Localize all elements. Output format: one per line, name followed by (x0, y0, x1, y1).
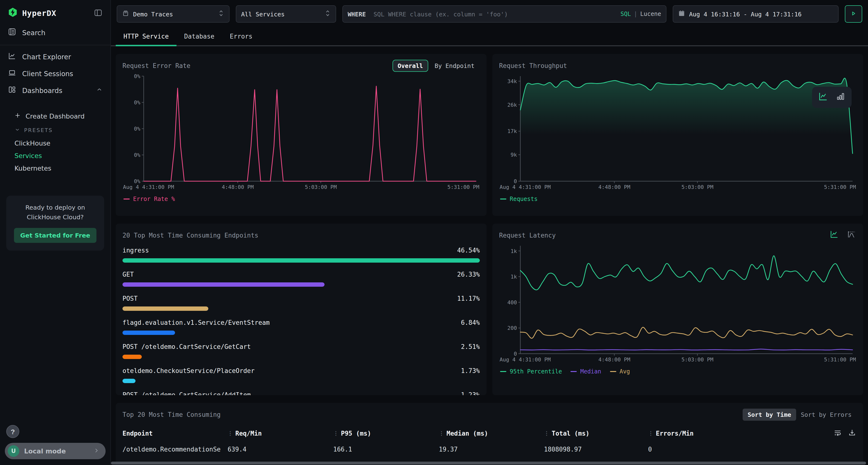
hyperdx-logo-icon (8, 7, 18, 19)
time-range-picker[interactable]: Aug 4 16:31:16 - Aug 4 17:31:16 (673, 5, 839, 23)
svg-text:4:48:00 PM: 4:48:00 PM (598, 184, 630, 190)
column-header-p95-ms[interactable]: ⋮P95 (ms) (333, 430, 439, 437)
table-cell: 0 (648, 446, 857, 453)
column-header-label: Req/Min (235, 430, 262, 437)
endpoint-percent: 1.23% (461, 391, 480, 395)
tab-http-service[interactable]: HTTP Service (116, 28, 177, 45)
legend-item[interactable]: Avg (610, 368, 630, 375)
table-sort-toggle: Sort by Time Sort by Errors (743, 409, 857, 421)
svg-text:9k: 9k (511, 152, 517, 158)
create-dashboard-label: Create Dashboard (26, 112, 85, 120)
horizontal-scrollbar[interactable] (111, 462, 866, 465)
sidebar-preset-clickhouse[interactable]: ClickHouse (0, 137, 111, 150)
run-query-button[interactable] (845, 5, 862, 23)
svg-text:4:48:00 PM: 4:48:00 PM (598, 357, 630, 363)
legend-swatch (123, 199, 130, 199)
download-icon[interactable] (848, 428, 857, 438)
svg-text:5:03:00 PM: 5:03:00 PM (305, 184, 337, 190)
create-dashboard-button[interactable]: Create Dashboard (0, 109, 111, 123)
source-select[interactable]: Demo Traces (117, 5, 229, 23)
app-logo[interactable]: HyperDX (0, 0, 111, 24)
presets-toggle[interactable]: PRESETS (0, 123, 111, 137)
svg-text:400: 400 (507, 299, 517, 305)
tab-errors[interactable]: Errors (222, 28, 260, 45)
service-select-value: All Services (241, 10, 321, 18)
by-endpoint-toggle-button[interactable]: By Endpoint (429, 60, 480, 72)
svg-text:Aug 4 4:31:00 PM: Aug 4 4:31:00 PM (500, 184, 551, 190)
endpoint-row[interactable]: flagd.evaluation.v1.Service/EventStream6… (123, 316, 480, 335)
sidebar: HyperDX Search (0, 0, 111, 465)
help-button[interactable]: ? (6, 425, 19, 438)
user-menu[interactable]: U Local mode (5, 443, 105, 459)
query-language-toggle[interactable]: SQL | Lucene (620, 10, 661, 18)
lucene-mode-option[interactable]: Lucene (640, 10, 661, 18)
endpoint-row[interactable]: POST11.17% (123, 292, 480, 311)
svg-text:0%: 0% (134, 152, 141, 158)
line-chart-icon[interactable] (830, 229, 839, 241)
legend-item[interactable]: 95th Percentile (500, 368, 562, 375)
language-separator: | (634, 10, 637, 18)
wrap-lines-icon[interactable] (833, 428, 842, 438)
error-rate-chart[interactable]: 0%0%0%0%0%Aug 4 4:31:00 PM4:48:00 PM5:03… (123, 72, 480, 193)
column-drag-handle[interactable]: ⋮ (544, 430, 549, 437)
dashboards-icon (8, 85, 17, 95)
table-cell: /oteldemo.RecommendationServ (123, 446, 221, 453)
column-drag-handle[interactable]: ⋮ (227, 430, 232, 437)
play-icon (850, 10, 857, 18)
select-chevrons-icon (218, 9, 224, 19)
sidebar-item-search[interactable]: Search (0, 24, 111, 41)
sidebar-collapse-button[interactable] (94, 8, 103, 19)
legend-item[interactable]: Error Rate % (123, 196, 175, 202)
legend-swatch (500, 371, 506, 372)
legend-item[interactable]: Requests (500, 196, 538, 202)
line-chart-icon[interactable] (818, 91, 829, 104)
latency-chart[interactable]: 02004001k1kAug 4 4:31:00 PM4:48:00 PM5:0… (499, 242, 857, 365)
svg-text:0%: 0% (134, 126, 141, 132)
search-input[interactable] (373, 10, 617, 18)
throughput-legend: Requests (499, 193, 857, 202)
endpoint-row[interactable]: oteldemo.CheckoutService/PlaceOrder1.73% (123, 364, 480, 383)
sidebar-preset-services[interactable]: Services (0, 150, 111, 162)
endpoint-row[interactable]: POST /oteldemo.CartService/GetCart2.51% (123, 340, 480, 359)
sql-mode-option[interactable]: SQL (620, 10, 631, 18)
histogram-icon[interactable] (847, 229, 857, 241)
search-icon (8, 28, 17, 38)
sidebar-item-dashboards[interactable]: Dashboards (0, 82, 111, 99)
column-header-req-min[interactable]: ⋮Req/Min (227, 430, 333, 437)
overall-toggle-button[interactable]: Overall (392, 60, 428, 72)
where-badge: WHERE (348, 10, 366, 18)
app-title: HyperDX (22, 9, 89, 18)
error-rate-legend: Error Rate % (123, 193, 480, 202)
where-clause-input-group[interactable]: WHERE SQL | Lucene (342, 5, 666, 23)
sidebar-item-chart-explorer[interactable]: Chart Explorer (0, 48, 111, 65)
endpoint-label: POST (123, 295, 138, 302)
column-drag-handle[interactable]: ⋮ (439, 430, 444, 437)
throughput-chart[interactable]: 09k17k26k34kAug 4 4:31:00 PM4:48:00 PM5:… (499, 72, 857, 193)
endpoint-label: POST /oteldemo.CartService/AddItem (123, 391, 251, 395)
column-header-endpoint[interactable]: Endpoint (123, 430, 227, 437)
legend-item[interactable]: Median (571, 368, 601, 375)
bar-chart-icon[interactable] (835, 91, 846, 104)
sidebar-preset-kubernetes[interactable]: Kubernetes (0, 162, 111, 174)
endpoint-row[interactable]: ingress46.54% (123, 244, 480, 263)
get-started-button[interactable]: Get Started for Free (14, 228, 96, 243)
column-header-errors-min[interactable]: ⋮Errors/Min (648, 428, 857, 438)
sort-by-time-button[interactable]: Sort by Time (743, 409, 796, 421)
sort-by-errors-button[interactable]: Sort by Errors (796, 409, 857, 421)
legend-label: 95th Percentile (510, 368, 562, 375)
service-select[interactable]: All Services (236, 5, 336, 23)
chevron-down-icon (14, 127, 20, 134)
svg-text:1k: 1k (511, 274, 517, 280)
endpoint-row[interactable]: GET26.33% (123, 268, 480, 287)
tab-database[interactable]: Database (177, 28, 222, 45)
column-header-median-ms[interactable]: ⋮Median (ms) (439, 430, 544, 437)
chart-type-toolbar (812, 87, 851, 108)
column-drag-handle[interactable]: ⋮ (648, 430, 653, 437)
column-header-total-ms[interactable]: ⋮Total (ms) (544, 430, 648, 437)
svg-text:5:31:00 PM: 5:31:00 PM (824, 357, 856, 363)
endpoint-row[interactable]: POST /oteldemo.CartService/AddItem1.23% (123, 388, 480, 395)
sidebar-item-client-sessions[interactable]: Client Sessions (0, 65, 111, 82)
column-drag-handle[interactable]: ⋮ (333, 430, 338, 437)
endpoint-label: flagd.evaluation.v1.Service/EventStream (123, 319, 270, 326)
table-row[interactable]: /oteldemo.RecommendationServ639.4166.119… (123, 446, 857, 453)
